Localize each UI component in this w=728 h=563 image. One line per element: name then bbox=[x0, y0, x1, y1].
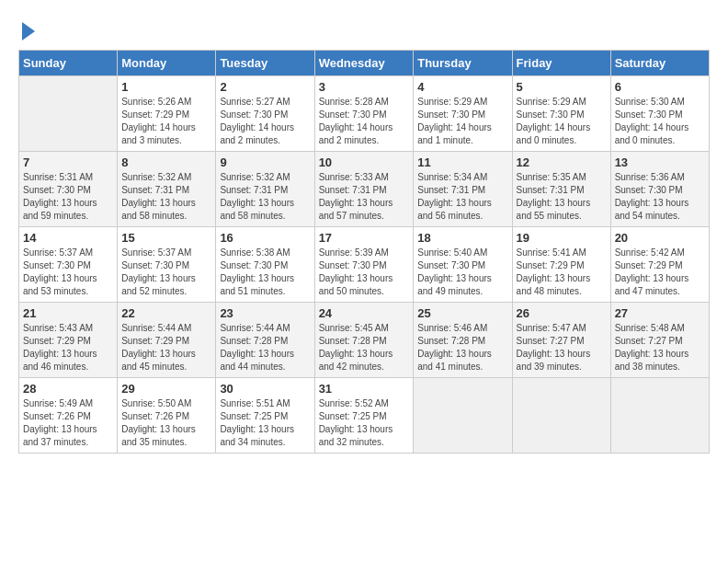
day-info: Sunrise: 5:50 AM Sunset: 7:26 PM Dayligh… bbox=[121, 397, 211, 449]
day-info: Sunrise: 5:52 AM Sunset: 7:25 PM Dayligh… bbox=[319, 397, 410, 449]
calendar-cell: 24Sunrise: 5:45 AM Sunset: 7:28 PM Dayli… bbox=[314, 303, 414, 378]
day-number: 4 bbox=[417, 80, 507, 94]
day-info: Sunrise: 5:32 AM Sunset: 7:31 PM Dayligh… bbox=[121, 171, 211, 223]
day-number: 26 bbox=[517, 306, 607, 320]
day-info: Sunrise: 5:49 AM Sunset: 7:26 PM Dayligh… bbox=[23, 397, 113, 449]
day-number: 23 bbox=[220, 306, 310, 320]
day-number: 18 bbox=[417, 231, 507, 245]
day-number: 8 bbox=[121, 155, 211, 169]
day-number: 9 bbox=[220, 155, 310, 169]
calendar-cell bbox=[414, 378, 512, 454]
day-info: Sunrise: 5:44 AM Sunset: 7:28 PM Dayligh… bbox=[220, 322, 310, 373]
day-info: Sunrise: 5:28 AM Sunset: 7:30 PM Dayligh… bbox=[319, 96, 410, 147]
calendar-week-row: 7Sunrise: 5:31 AM Sunset: 7:30 PM Daylig… bbox=[19, 152, 710, 227]
calendar-cell: 28Sunrise: 5:49 AM Sunset: 7:26 PM Dayli… bbox=[19, 378, 118, 454]
calendar-cell: 1Sunrise: 5:26 AM Sunset: 7:29 PM Daylig… bbox=[118, 76, 216, 152]
calendar-cell: 6Sunrise: 5:30 AM Sunset: 7:30 PM Daylig… bbox=[610, 76, 709, 152]
day-number: 7 bbox=[23, 155, 113, 169]
day-info: Sunrise: 5:41 AM Sunset: 7:29 PM Dayligh… bbox=[517, 247, 607, 298]
day-info: Sunrise: 5:39 AM Sunset: 7:30 PM Dayligh… bbox=[319, 247, 410, 298]
calendar-week-row: 1Sunrise: 5:26 AM Sunset: 7:29 PM Daylig… bbox=[19, 76, 710, 152]
day-info: Sunrise: 5:29 AM Sunset: 7:30 PM Dayligh… bbox=[417, 96, 507, 147]
page-header bbox=[18, 18, 710, 40]
day-info: Sunrise: 5:46 AM Sunset: 7:28 PM Dayligh… bbox=[417, 322, 507, 373]
calendar-cell: 15Sunrise: 5:37 AM Sunset: 7:30 PM Dayli… bbox=[118, 227, 216, 303]
calendar-cell: 7Sunrise: 5:31 AM Sunset: 7:30 PM Daylig… bbox=[19, 152, 118, 227]
calendar-week-row: 21Sunrise: 5:43 AM Sunset: 7:29 PM Dayli… bbox=[19, 303, 710, 378]
calendar-cell: 18Sunrise: 5:40 AM Sunset: 7:30 PM Dayli… bbox=[414, 227, 512, 303]
day-number: 12 bbox=[517, 155, 607, 169]
day-number: 27 bbox=[615, 306, 705, 320]
calendar-cell: 11Sunrise: 5:34 AM Sunset: 7:31 PM Dayli… bbox=[414, 152, 512, 227]
calendar-header-row: SundayMondayTuesdayWednesdayThursdayFrid… bbox=[19, 51, 710, 76]
calendar-cell: 21Sunrise: 5:43 AM Sunset: 7:29 PM Dayli… bbox=[19, 303, 118, 378]
calendar-cell: 30Sunrise: 5:51 AM Sunset: 7:25 PM Dayli… bbox=[216, 378, 314, 454]
calendar-cell: 27Sunrise: 5:48 AM Sunset: 7:27 PM Dayli… bbox=[610, 303, 709, 378]
day-number: 29 bbox=[121, 382, 211, 396]
calendar-week-row: 14Sunrise: 5:37 AM Sunset: 7:30 PM Dayli… bbox=[19, 227, 710, 303]
calendar-cell: 22Sunrise: 5:44 AM Sunset: 7:29 PM Dayli… bbox=[118, 303, 216, 378]
day-number: 20 bbox=[615, 231, 705, 245]
day-number: 11 bbox=[417, 155, 507, 169]
header-monday: Monday bbox=[118, 51, 216, 76]
day-info: Sunrise: 5:33 AM Sunset: 7:31 PM Dayligh… bbox=[319, 171, 410, 223]
day-number: 5 bbox=[517, 80, 607, 94]
calendar-cell: 9Sunrise: 5:32 AM Sunset: 7:31 PM Daylig… bbox=[216, 152, 314, 227]
day-info: Sunrise: 5:37 AM Sunset: 7:30 PM Dayligh… bbox=[23, 247, 113, 298]
calendar-cell bbox=[610, 378, 709, 454]
calendar-cell: 17Sunrise: 5:39 AM Sunset: 7:30 PM Dayli… bbox=[314, 227, 414, 303]
calendar-cell: 19Sunrise: 5:41 AM Sunset: 7:29 PM Dayli… bbox=[512, 227, 610, 303]
header-friday: Friday bbox=[512, 51, 610, 76]
day-number: 13 bbox=[615, 155, 705, 169]
day-number: 15 bbox=[121, 231, 211, 245]
day-number: 21 bbox=[23, 306, 113, 320]
day-number: 14 bbox=[23, 231, 113, 245]
header-thursday: Thursday bbox=[414, 51, 512, 76]
logo bbox=[18, 18, 35, 40]
calendar-cell: 13Sunrise: 5:36 AM Sunset: 7:30 PM Dayli… bbox=[610, 152, 709, 227]
day-info: Sunrise: 5:36 AM Sunset: 7:30 PM Dayligh… bbox=[615, 171, 705, 223]
calendar-cell: 10Sunrise: 5:33 AM Sunset: 7:31 PM Dayli… bbox=[314, 152, 414, 227]
calendar-cell: 26Sunrise: 5:47 AM Sunset: 7:27 PM Dayli… bbox=[512, 303, 610, 378]
day-info: Sunrise: 5:38 AM Sunset: 7:30 PM Dayligh… bbox=[220, 247, 310, 298]
day-number: 1 bbox=[121, 80, 211, 94]
header-wednesday: Wednesday bbox=[314, 51, 414, 76]
day-number: 25 bbox=[417, 306, 507, 320]
header-sunday: Sunday bbox=[19, 51, 118, 76]
calendar-table: SundayMondayTuesdayWednesdayThursdayFrid… bbox=[18, 50, 710, 454]
day-info: Sunrise: 5:32 AM Sunset: 7:31 PM Dayligh… bbox=[220, 171, 310, 223]
calendar-cell: 16Sunrise: 5:38 AM Sunset: 7:30 PM Dayli… bbox=[216, 227, 314, 303]
day-info: Sunrise: 5:37 AM Sunset: 7:30 PM Dayligh… bbox=[121, 247, 211, 298]
day-info: Sunrise: 5:35 AM Sunset: 7:31 PM Dayligh… bbox=[517, 171, 607, 223]
day-info: Sunrise: 5:27 AM Sunset: 7:30 PM Dayligh… bbox=[220, 96, 310, 147]
header-tuesday: Tuesday bbox=[216, 51, 314, 76]
calendar-cell: 29Sunrise: 5:50 AM Sunset: 7:26 PM Dayli… bbox=[118, 378, 216, 454]
day-info: Sunrise: 5:51 AM Sunset: 7:25 PM Dayligh… bbox=[220, 397, 310, 449]
calendar-cell: 4Sunrise: 5:29 AM Sunset: 7:30 PM Daylig… bbox=[414, 76, 512, 152]
day-info: Sunrise: 5:42 AM Sunset: 7:29 PM Dayligh… bbox=[615, 247, 705, 298]
calendar-cell bbox=[19, 76, 118, 152]
day-number: 22 bbox=[121, 306, 211, 320]
day-info: Sunrise: 5:31 AM Sunset: 7:30 PM Dayligh… bbox=[23, 171, 113, 223]
day-number: 10 bbox=[319, 155, 410, 169]
day-info: Sunrise: 5:29 AM Sunset: 7:30 PM Dayligh… bbox=[517, 96, 607, 147]
calendar-cell: 5Sunrise: 5:29 AM Sunset: 7:30 PM Daylig… bbox=[512, 76, 610, 152]
calendar-cell: 12Sunrise: 5:35 AM Sunset: 7:31 PM Dayli… bbox=[512, 152, 610, 227]
calendar-cell: 8Sunrise: 5:32 AM Sunset: 7:31 PM Daylig… bbox=[118, 152, 216, 227]
calendar-cell: 23Sunrise: 5:44 AM Sunset: 7:28 PM Dayli… bbox=[216, 303, 314, 378]
day-number: 3 bbox=[319, 80, 410, 94]
day-number: 17 bbox=[319, 231, 410, 245]
day-info: Sunrise: 5:34 AM Sunset: 7:31 PM Dayligh… bbox=[417, 171, 507, 223]
calendar-cell: 31Sunrise: 5:52 AM Sunset: 7:25 PM Dayli… bbox=[314, 378, 414, 454]
day-info: Sunrise: 5:48 AM Sunset: 7:27 PM Dayligh… bbox=[615, 322, 705, 373]
day-info: Sunrise: 5:43 AM Sunset: 7:29 PM Dayligh… bbox=[23, 322, 113, 373]
calendar-week-row: 28Sunrise: 5:49 AM Sunset: 7:26 PM Dayli… bbox=[19, 378, 710, 454]
day-info: Sunrise: 5:44 AM Sunset: 7:29 PM Dayligh… bbox=[121, 322, 211, 373]
day-number: 19 bbox=[517, 231, 607, 245]
calendar-cell bbox=[512, 378, 610, 454]
day-info: Sunrise: 5:45 AM Sunset: 7:28 PM Dayligh… bbox=[319, 322, 410, 373]
calendar-cell: 2Sunrise: 5:27 AM Sunset: 7:30 PM Daylig… bbox=[216, 76, 314, 152]
day-info: Sunrise: 5:26 AM Sunset: 7:29 PM Dayligh… bbox=[121, 96, 211, 147]
header-saturday: Saturday bbox=[610, 51, 709, 76]
day-number: 16 bbox=[220, 231, 310, 245]
